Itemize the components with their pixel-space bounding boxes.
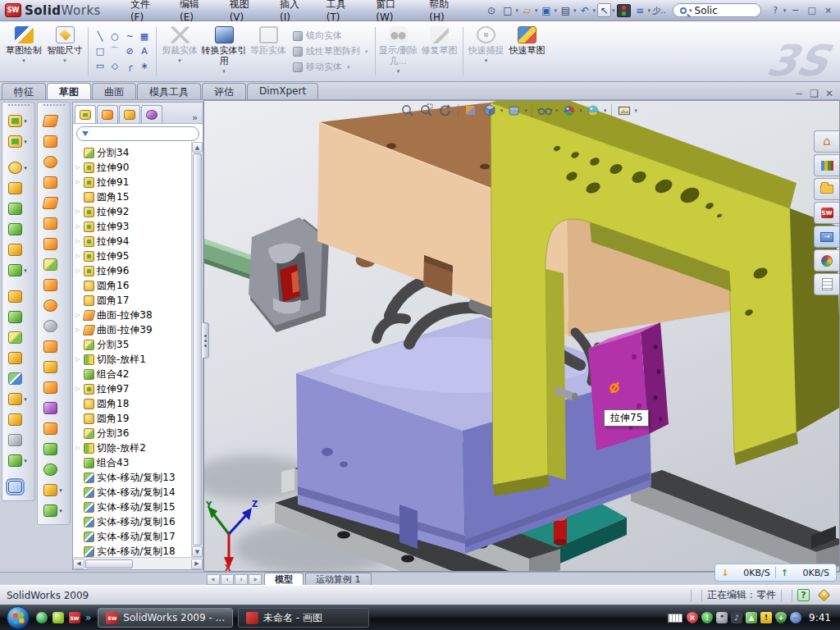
insert-block[interactable] bbox=[588, 322, 669, 450]
configurationmanager-tab[interactable] bbox=[119, 105, 140, 123]
tree-item[interactable]: ▷ 拉伸96 bbox=[75, 263, 191, 278]
solidworks-search-tab[interactable]: SW bbox=[814, 202, 839, 224]
sketch-fillet-icon[interactable]: ╭ bbox=[122, 59, 137, 74]
view-settings-icon[interactable] bbox=[615, 102, 633, 120]
appearances-tab[interactable] bbox=[814, 249, 839, 272]
toolbar-grip[interactable] bbox=[43, 104, 65, 108]
tree-item[interactable]: 圆角18 bbox=[75, 396, 191, 411]
mold-curve-icon[interactable] bbox=[43, 504, 57, 517]
restore-button[interactable]: □ bbox=[805, 4, 819, 16]
axis-icon[interactable] bbox=[8, 434, 22, 446]
nav-prev-icon[interactable]: ‹ bbox=[221, 574, 234, 585]
fillet-icon[interactable] bbox=[8, 162, 22, 174]
sketch-button[interactable]: 草图绘制 ▾ bbox=[3, 23, 44, 80]
display-style-icon[interactable] bbox=[505, 102, 523, 120]
curve-icon[interactable] bbox=[8, 454, 22, 467]
tag-icon[interactable] bbox=[818, 589, 831, 602]
search-box[interactable]: ▾ Solic bbox=[673, 3, 761, 17]
tab-surfaces[interactable]: 曲面 bbox=[92, 83, 136, 99]
radiate-surface-icon[interactable] bbox=[43, 176, 57, 189]
scroll-thumb[interactable] bbox=[85, 559, 133, 568]
tree-item[interactable]: ▷ 拉伸92 bbox=[75, 204, 191, 219]
knit-surface-icon[interactable] bbox=[42, 197, 58, 209]
scroll-right-icon[interactable]: ▶ bbox=[191, 559, 203, 569]
core-icon[interactable] bbox=[43, 484, 57, 496]
rapid-sketch-button[interactable]: 快速草图 bbox=[507, 23, 548, 80]
panel-splitter-handle[interactable] bbox=[203, 322, 209, 358]
child-restore-icon[interactable]: ❑ bbox=[810, 88, 819, 99]
zoom-fit-icon[interactable] bbox=[399, 102, 417, 120]
trim-surface-icon[interactable] bbox=[43, 299, 57, 312]
hide-show-items-icon[interactable] bbox=[536, 102, 554, 120]
convert-entities-button[interactable]: 转换实体引用 ▾ bbox=[200, 23, 248, 80]
boss-extrude-icon[interactable] bbox=[8, 115, 22, 127]
mirror-icon[interactable] bbox=[8, 311, 22, 323]
draft-icon[interactable] bbox=[8, 223, 22, 235]
tree-item[interactable]: 分割35 bbox=[75, 337, 191, 352]
child-minimize-icon[interactable]: − bbox=[795, 88, 803, 99]
move-entities-button[interactable]: 移动实体▾ bbox=[293, 61, 368, 73]
search-input[interactable]: Solic bbox=[695, 5, 718, 16]
ellipse-icon[interactable]: ⊘ bbox=[122, 44, 137, 59]
replace-face-icon[interactable] bbox=[43, 340, 57, 353]
untrim-surface-icon[interactable] bbox=[43, 258, 57, 271]
tree-item[interactable]: ▷ 拉伸95 bbox=[75, 249, 191, 263]
arc-icon[interactable]: ⌒ bbox=[107, 44, 122, 59]
tree-item[interactable]: 圆角19 bbox=[75, 411, 191, 426]
tree-item[interactable]: ▷ 拉伸93 bbox=[75, 219, 191, 234]
quick-tips-icon[interactable]: ? bbox=[797, 589, 810, 601]
tree-filter-input[interactable] bbox=[76, 126, 199, 141]
rotate-view-icon[interactable] bbox=[436, 102, 454, 120]
quicklaunch-app-icon[interactable] bbox=[52, 612, 64, 623]
pattern-box-icon[interactable]: ▦ bbox=[137, 30, 152, 44]
nav-next-icon[interactable]: › bbox=[235, 574, 248, 585]
plane-icon[interactable] bbox=[8, 413, 22, 426]
mid-surface-icon[interactable] bbox=[43, 238, 57, 250]
undercut-analysis-icon[interactable] bbox=[43, 402, 57, 414]
wrap-icon[interactable] bbox=[8, 244, 22, 256]
tree-item[interactable]: 圆角16 bbox=[75, 278, 191, 293]
quick-snaps-button[interactable]: 快速捕捉 ▾ bbox=[466, 23, 507, 80]
extruded-cut-icon[interactable] bbox=[8, 135, 22, 148]
featuremanager-tab[interactable] bbox=[75, 105, 96, 123]
design-library-tab[interactable] bbox=[814, 154, 839, 176]
display-delete-relations-button[interactable]: 显示/删除几... ▾ bbox=[378, 23, 419, 80]
parting-line-icon[interactable] bbox=[43, 361, 57, 373]
rib-icon[interactable] bbox=[8, 290, 22, 303]
apply-scene-icon[interactable] bbox=[584, 102, 602, 120]
split-icon[interactable] bbox=[8, 331, 22, 344]
tree-item[interactable]: 组合42 bbox=[75, 367, 191, 381]
blocked-icon[interactable]: − bbox=[790, 612, 801, 623]
zoom-area-icon[interactable] bbox=[418, 102, 436, 120]
ruled-surface-icon[interactable] bbox=[42, 115, 58, 127]
circle-icon[interactable]: ○ bbox=[107, 30, 122, 44]
tab-sketch[interactable]: 草图 bbox=[47, 83, 91, 99]
delete-face-icon[interactable] bbox=[43, 320, 57, 332]
tree-item[interactable]: ▷ 拉伸97 bbox=[75, 381, 191, 396]
quicklaunch-solidworks-icon[interactable]: SW bbox=[69, 612, 80, 623]
print-icon[interactable]: ▤ bbox=[559, 3, 573, 17]
help-button[interactable]: ? bbox=[769, 4, 783, 16]
tree-horizontal-scrollbar[interactable]: ◀ ▶ bbox=[73, 557, 203, 569]
tree-item[interactable]: ▷ 拉伸90 bbox=[75, 160, 191, 175]
linear-pattern-icon[interactable] bbox=[8, 264, 22, 276]
shut-off-surface-icon[interactable] bbox=[43, 443, 57, 455]
view-palette-tab[interactable]: → bbox=[814, 226, 839, 248]
close-button[interactable]: × bbox=[821, 4, 835, 16]
new-document-icon[interactable]: □ bbox=[500, 3, 514, 17]
offset-surface-icon[interactable] bbox=[43, 156, 57, 168]
undo-icon[interactable]: ↶ bbox=[578, 3, 591, 17]
gear-icon[interactable]: * bbox=[716, 612, 728, 623]
edit-appearance-icon[interactable] bbox=[560, 102, 578, 120]
offset-entities-button[interactable]: 等距实体 bbox=[248, 23, 289, 80]
tree-item[interactable]: 实体-移动/复制16 bbox=[75, 514, 191, 529]
open-icon[interactable]: ▱ bbox=[520, 3, 534, 17]
nav-last-icon[interactable]: » bbox=[249, 574, 262, 585]
measure-icon[interactable] bbox=[8, 481, 22, 493]
tree-item[interactable]: 分割36 bbox=[75, 426, 191, 441]
move-copy-body-icon[interactable] bbox=[8, 372, 22, 385]
defender-shield-icon[interactable]: + bbox=[775, 612, 787, 623]
rebuild-traffic-light-icon[interactable] bbox=[617, 4, 631, 17]
custom-properties-tab[interactable] bbox=[814, 273, 839, 295]
tree-item[interactable]: 实体-移动/复制13 bbox=[75, 470, 191, 485]
